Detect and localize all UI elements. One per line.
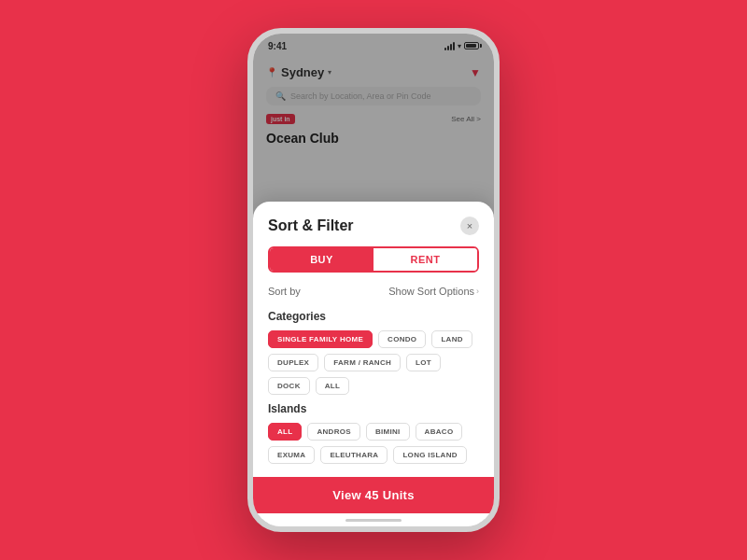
island-chip-bimini[interactable]: BIMINI	[366, 423, 410, 441]
islands-title: Islands	[268, 402, 479, 415]
category-chip-duplex[interactable]: DUPLEX	[268, 354, 318, 371]
island-chip-exuma[interactable]: EXUMA	[268, 446, 315, 464]
buy-rent-toggle: BUY RENT	[268, 246, 479, 273]
island-chip-long-island[interactable]: LONG ISLAND	[393, 446, 466, 464]
islands-chips: ALLANDROSBIMINIABACOEXUMAELEUTHARALONG I…	[268, 423, 479, 464]
show-sort-options-link[interactable]: Show Sort Options ›	[388, 286, 479, 297]
modal-header: Sort & Filter ×	[268, 217, 479, 235]
home-bar	[345, 519, 402, 522]
category-chip-dock[interactable]: DOCK	[268, 377, 310, 395]
category-chip-land[interactable]: LAND	[431, 330, 472, 348]
sort-by-label: Sort by	[268, 286, 301, 297]
view-units-container: View 45 Units	[253, 477, 494, 513]
home-indicator	[268, 513, 479, 526]
category-chip-farm-/-ranch[interactable]: FARM / RANCH	[324, 354, 401, 371]
island-chip-eleuthara[interactable]: ELEUTHARA	[320, 446, 388, 464]
category-chip-lot[interactable]: LOT	[406, 354, 441, 371]
categories-chips: SINGLE FAMILY HOMECONDOLANDDUPLEXFARM / …	[268, 330, 479, 395]
buy-tab[interactable]: BUY	[270, 248, 374, 271]
island-chip-abaco[interactable]: ABACO	[416, 423, 463, 441]
category-chip-condo[interactable]: CONDO	[378, 330, 426, 348]
phone-frame: 9:41 ▾ 📍 Sydney ▾ ▼ 🔍 Search by Location…	[247, 28, 500, 532]
rent-tab[interactable]: RENT	[374, 248, 477, 271]
categories-title: Categories	[268, 310, 479, 323]
sort-options-chevron-icon: ›	[476, 287, 479, 296]
sort-row: Sort by Show Sort Options ›	[268, 286, 479, 297]
category-chip-single-family-home[interactable]: SINGLE FAMILY HOME	[268, 330, 373, 348]
category-chip-all[interactable]: ALL	[316, 377, 349, 395]
modal-title: Sort & Filter	[268, 217, 354, 234]
modal-overlay: Sort & Filter × BUY RENT Sort by Show So…	[253, 34, 494, 526]
island-chip-all[interactable]: ALL	[268, 423, 302, 441]
view-units-button[interactable]: View 45 Units	[264, 488, 483, 502]
close-button[interactable]: ×	[460, 217, 479, 235]
sort-filter-modal: Sort & Filter × BUY RENT Sort by Show So…	[253, 202, 494, 526]
sort-options-text: Show Sort Options	[388, 286, 474, 297]
island-chip-andros[interactable]: ANDROS	[307, 423, 359, 441]
islands-section: Islands ALLANDROSBIMINIABACOEXUMAELEUTHA…	[268, 402, 479, 464]
